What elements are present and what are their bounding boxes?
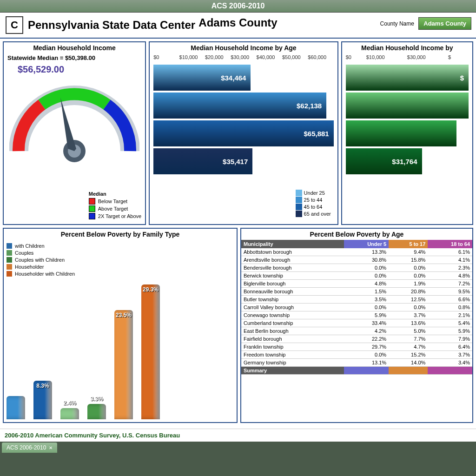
family-bar: 8.3%	[33, 381, 52, 419]
table-row: Butler township3.5%12.5%6.6%	[241, 296, 472, 304]
gauge-panel: Median Household Income Statewide Median…	[3, 41, 146, 225]
table-row: Carroll Valley borough0.0%0.0%0.8%	[241, 304, 472, 311]
table-row: Bendersville borough0.0%0.0%2.3%	[241, 264, 472, 272]
family-bar	[7, 396, 25, 419]
income-age-axis: $0$10,000$20,000$30,000$40,000$50,000$60…	[150, 53, 337, 61]
poverty-table: MunicipalityUnder 55 to 1718 to 64 Abbot…	[241, 240, 472, 375]
county-dropdown[interactable]: Adams County	[418, 17, 471, 30]
income-age2-bar	[346, 93, 469, 119]
income-age-legend: Under 2525 to 4445 to 6465 and over	[294, 187, 333, 219]
income-age-bar: $65,881	[153, 120, 334, 146]
worksheet-tab[interactable]: ACS 2006-2010✕	[2, 443, 57, 453]
income-age-bar: $62,138	[153, 93, 326, 119]
gauge-title: Median Household Income	[4, 42, 145, 53]
poverty-panel: Percent Below Poverty by Age Municipalit…	[240, 228, 473, 423]
family-bar: 2.4%	[60, 408, 79, 419]
selector-label: County Name	[380, 20, 414, 27]
summary-row: Summary	[241, 367, 472, 375]
gauge-value: $56,529.00	[4, 62, 145, 77]
close-icon[interactable]: ✕	[49, 445, 53, 450]
income-age2-title: Median Household Income by	[342, 42, 472, 53]
table-row: Conewago township5.9%3.7%2.1%	[241, 311, 472, 319]
table-row: Franklin township29.7%4.7%6.4%	[241, 343, 472, 351]
logo-icon: C	[6, 16, 23, 34]
income-age2-panel: Median Household Income by $0$10,000$30,…	[341, 41, 473, 225]
table-row: Fairfield borough22.2%7.7%7.9%	[241, 335, 472, 343]
table-row: Berwick township0.0%0.0%4.8%	[241, 272, 472, 280]
gauge-legend: Median Below Target Above Target 2X Targ…	[89, 190, 141, 220]
family-bar: 3.3%	[87, 404, 106, 419]
table-row: Cumberland township33.4%13.6%5.4%	[241, 319, 472, 327]
income-age2-bar: $31,764	[346, 148, 422, 174]
county-title: Adams County	[198, 16, 277, 29]
income-age2-bar: $	[346, 65, 469, 91]
poverty-title: Percent Below Poverty by Age	[241, 229, 472, 240]
table-row: East Berlin borough4.2%5.0%5.9%	[241, 327, 472, 335]
family-legend: with ChildrenCouplesCouples with Childre…	[4, 240, 237, 280]
income-age2-axis: $0$10,000$30,000$	[342, 53, 472, 61]
table-row: Arendtsville borough30.8%15.8%4.1%	[241, 256, 472, 264]
gauge-subtitle: Statewide Median = $50,398.00	[4, 53, 145, 62]
header: C Pennsylvania State Data Center Adams C…	[0, 13, 476, 39]
table-row: Bonneauville borough1.5%20.8%9.5%	[241, 288, 472, 296]
family-bar: 29.3%	[141, 284, 160, 419]
svg-marker-2	[60, 98, 76, 151]
income-age-bar: $34,464	[153, 65, 251, 91]
org-name: Pennsylvania State Data Center	[28, 19, 195, 32]
income-age-title: Median Household Income by Age	[150, 42, 337, 53]
family-chart: 8.3%2.4%3.3%23.5%29.3%	[7, 284, 234, 419]
table-row: Biglerville borough4.8%1.9%7.2%	[241, 280, 472, 288]
family-title: Percent Below Poverty by Family Type	[4, 229, 237, 240]
footer-source: 2006-2010 American Community Survey, U.S…	[0, 429, 476, 442]
table-row: Freedom township0.0%15.2%3.7%	[241, 351, 472, 359]
family-bar: 23.5%	[114, 310, 133, 419]
income-age2-bar	[346, 120, 456, 146]
app-title-bar: ACS 2006-2010	[0, 0, 476, 13]
income-age-bar: $35,417	[153, 148, 252, 174]
table-row: Abbottstown borough13.3%9.4%6.1%	[241, 248, 472, 256]
county-selector: County Name Adams County	[380, 17, 471, 30]
gauge-icon	[9, 77, 139, 163]
income-age-panel: Median Household Income by Age $0$10,000…	[149, 41, 338, 225]
family-panel: Percent Below Poverty by Family Type wit…	[3, 228, 238, 423]
table-row: Germany township13.1%14.0%3.4%	[241, 359, 472, 367]
